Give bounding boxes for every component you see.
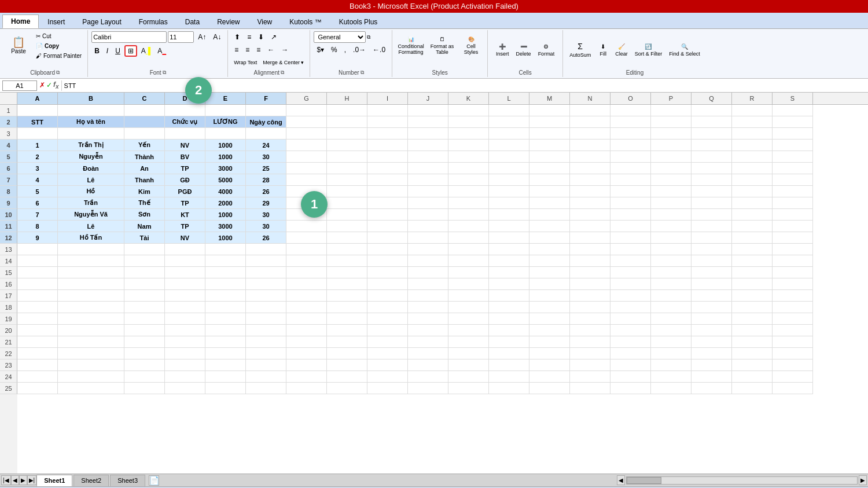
cell-I13[interactable] [367, 244, 408, 255]
cell-D7[interactable]: GĐ [165, 174, 205, 186]
cell-K15[interactable] [448, 267, 489, 278]
cell-G6[interactable] [286, 163, 327, 174]
cell-R12[interactable] [732, 232, 773, 244]
cell-A17[interactable] [17, 290, 58, 302]
cell-D6[interactable]: TP [165, 163, 205, 174]
cell-H21[interactable] [327, 336, 367, 348]
cell-J25[interactable] [408, 383, 448, 394]
cell-S5[interactable] [773, 151, 813, 163]
cell-B8[interactable]: Hồ [58, 186, 124, 197]
cell-A8[interactable]: 5 [17, 186, 58, 197]
cell-R23[interactable] [732, 359, 773, 371]
tab-home[interactable]: Home [2, 14, 39, 28]
cell-I1[interactable] [367, 105, 408, 116]
cell-P17[interactable] [651, 290, 692, 302]
cell-Q20[interactable] [692, 325, 732, 336]
cell-L24[interactable] [489, 371, 529, 383]
cell-F1[interactable] [246, 105, 286, 116]
cell-M21[interactable] [529, 336, 570, 348]
cell-R14[interactable] [732, 255, 773, 267]
cell-A2[interactable]: STT [17, 116, 58, 128]
cell-Q24[interactable] [692, 371, 732, 383]
tab-review[interactable]: Review [208, 14, 248, 28]
cell-G25[interactable] [286, 383, 327, 394]
cell-G8[interactable] [286, 186, 327, 197]
col-header-J[interactable]: J [408, 93, 448, 104]
cell-O3[interactable] [610, 128, 651, 140]
cell-S11[interactable] [773, 221, 813, 232]
cell-P12[interactable] [651, 232, 692, 244]
cell-O15[interactable] [610, 267, 651, 278]
cell-I2[interactable] [367, 116, 408, 128]
align-center-button[interactable]: ≡ [242, 44, 252, 56]
cell-K17[interactable] [448, 290, 489, 302]
cell-C18[interactable] [124, 302, 165, 313]
cell-H20[interactable] [327, 325, 367, 336]
cell-C24[interactable] [124, 371, 165, 383]
cut-button[interactable]: ✂ Cut [34, 32, 84, 41]
cell-S19[interactable] [773, 313, 813, 325]
cell-F6[interactable]: 25 [246, 163, 286, 174]
cell-P20[interactable] [651, 325, 692, 336]
cell-F2[interactable]: Ngày công [246, 116, 286, 128]
clear-button[interactable]: 🧹 Clear [612, 35, 631, 64]
row-header-15[interactable]: 15 [0, 267, 17, 278]
cell-D15[interactable] [165, 267, 205, 278]
cell-L9[interactable] [489, 197, 529, 209]
cell-E5[interactable]: 1000 [205, 151, 246, 163]
cell-R1[interactable] [732, 105, 773, 116]
cell-I3[interactable] [367, 128, 408, 140]
cell-O11[interactable] [610, 221, 651, 232]
col-header-B[interactable]: B [58, 93, 124, 104]
cell-D25[interactable] [165, 383, 205, 394]
cell-N12[interactable] [570, 232, 610, 244]
cell-B5[interactable]: Nguyễn [58, 151, 124, 163]
cell-A7[interactable]: 4 [17, 174, 58, 186]
cell-M11[interactable] [529, 221, 570, 232]
cell-R3[interactable] [732, 128, 773, 140]
cell-H18[interactable] [327, 302, 367, 313]
cell-K10[interactable] [448, 209, 489, 221]
cell-P6[interactable] [651, 163, 692, 174]
cell-B1[interactable] [58, 105, 124, 116]
delete-button[interactable]: ➖ Delete [513, 35, 534, 64]
col-header-I[interactable]: I [367, 93, 408, 104]
cell-K3[interactable] [448, 128, 489, 140]
cell-O17[interactable] [610, 290, 651, 302]
cell-N2[interactable] [570, 116, 610, 128]
cell-J13[interactable] [408, 244, 448, 255]
cell-E8[interactable]: 4000 [205, 186, 246, 197]
cell-S7[interactable] [773, 174, 813, 186]
cell-Q22[interactable] [692, 348, 732, 359]
cell-K21[interactable] [448, 336, 489, 348]
cell-I22[interactable] [367, 348, 408, 359]
cell-I25[interactable] [367, 383, 408, 394]
cell-R4[interactable] [732, 140, 773, 151]
cell-P5[interactable] [651, 151, 692, 163]
increase-font-button[interactable]: A↑ [195, 31, 209, 43]
cell-E6[interactable]: 3000 [205, 163, 246, 174]
cell-L20[interactable] [489, 325, 529, 336]
cell-O24[interactable] [610, 371, 651, 383]
cell-N25[interactable] [570, 383, 610, 394]
cell-D2[interactable]: Chức vụ [165, 116, 205, 128]
cell-H12[interactable] [327, 232, 367, 244]
cell-I4[interactable] [367, 140, 408, 151]
col-header-F[interactable]: F [246, 93, 286, 104]
scroll-left[interactable]: ◀ [617, 475, 625, 485]
number-group-expand-icon[interactable]: ⧉ [361, 69, 364, 76]
cell-I5[interactable] [367, 151, 408, 163]
cell-P22[interactable] [651, 348, 692, 359]
cell-B7[interactable]: Lê [58, 174, 124, 186]
cell-Q14[interactable] [692, 255, 732, 267]
cell-P10[interactable] [651, 209, 692, 221]
row-header-11[interactable]: 11 [0, 221, 17, 232]
cell-M5[interactable] [529, 151, 570, 163]
cell-R24[interactable] [732, 371, 773, 383]
cell-S13[interactable] [773, 244, 813, 255]
cell-N16[interactable] [570, 278, 610, 290]
cell-E10[interactable]: 1000 [205, 209, 246, 221]
cell-L10[interactable] [489, 209, 529, 221]
cell-F13[interactable] [246, 244, 286, 255]
cell-F16[interactable] [246, 278, 286, 290]
